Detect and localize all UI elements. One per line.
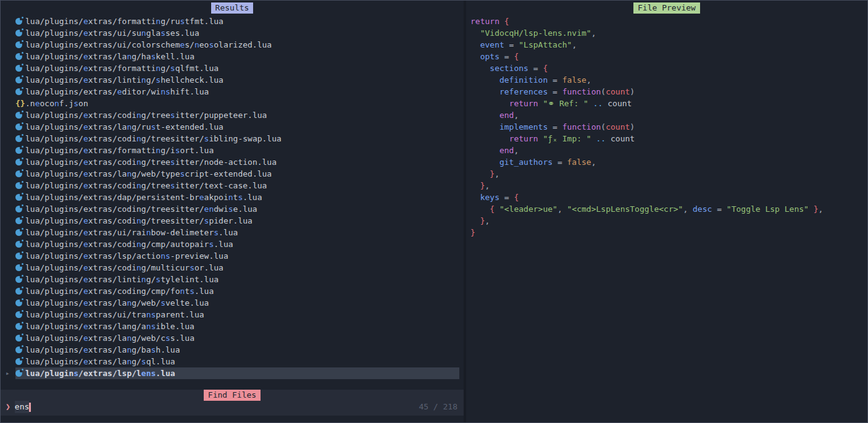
file-path: lua/plugins/extras/formatting/rustfmt.lu… xyxy=(25,17,223,26)
result-row[interactable]: lua/plugins/extras/dap/persistent-breakp… xyxy=(15,191,459,203)
lua-file-icon xyxy=(15,65,22,72)
lua-file-icon xyxy=(15,299,22,306)
lua-file-icon xyxy=(15,124,22,130)
file-path: lua/plugins/extras/formatting/isort.lua xyxy=(25,146,214,155)
code-line: return "ƒₓ Imp: " .. count xyxy=(470,133,823,144)
result-row[interactable]: lua/plugins/extras/coding/cmp/autopairs.… xyxy=(15,238,459,250)
file-path: lua/plugins/extras/lsp/actions-preview.l… xyxy=(25,251,228,261)
file-path: lua/plugins/extras/coding/treesitter/sib… xyxy=(25,134,282,143)
result-row[interactable]: lua/plugins/extras/lang/sql.lua xyxy=(15,356,459,367)
result-row[interactable]: lua/plugins/extras/lang/bash.lua xyxy=(15,344,459,356)
result-row[interactable]: lua/plugins/extras/coding/multicursor.lu… xyxy=(15,262,459,274)
lua-file-icon xyxy=(15,41,22,48)
code-line: implements = function(count) xyxy=(470,121,823,133)
result-row[interactable]: lua/plugins/extras/ui/colorschemes/neoso… xyxy=(15,39,459,51)
result-row[interactable]: lua/plugins/extras/formatting/rustfmt.lu… xyxy=(15,15,459,27)
result-row[interactable]: lua/plugins/extras/lsp/actions-preview.l… xyxy=(15,250,459,262)
result-row[interactable]: lua/plugins/extras/coding/treesitter/end… xyxy=(15,203,459,215)
lua-file-icon xyxy=(15,18,22,25)
file-path: lua/plugins/extras/ui/transparent.lua xyxy=(25,310,204,319)
result-row[interactable]: lua/plugins/extras/linting/shellcheck.lu… xyxy=(15,74,459,86)
lua-file-icon xyxy=(15,170,22,177)
result-row[interactable]: ▸lua/plugins/extras/lsp/lens.lua xyxy=(15,367,459,379)
result-row[interactable]: lua/plugins/extras/coding/treesitter/nod… xyxy=(15,156,459,168)
lua-file-icon xyxy=(15,88,22,95)
preview-window-title: File Preview xyxy=(467,2,867,14)
lua-file-icon xyxy=(15,159,22,165)
lua-file-icon xyxy=(15,194,22,201)
lua-file-icon xyxy=(15,53,22,60)
result-row[interactable]: lua/plugins/extras/lang/rust-extended.lu… xyxy=(15,121,459,133)
panel-divider xyxy=(464,1,466,423)
lua-file-icon xyxy=(15,288,22,295)
lua-file-icon xyxy=(15,253,22,259)
result-row[interactable]: lua/plugins/extras/lang/web/typescript-e… xyxy=(15,168,459,180)
lua-file-icon xyxy=(15,370,22,377)
prompt-prefix-icon: ❯ xyxy=(6,401,10,413)
lua-file-icon xyxy=(15,241,22,248)
result-row[interactable]: lua/plugins/extras/coding/treesitter/pup… xyxy=(15,109,459,121)
results-window-title: Results xyxy=(1,2,464,14)
preview-title-badge: File Preview xyxy=(633,2,700,14)
code-line: }, xyxy=(470,215,823,227)
lua-file-icon xyxy=(15,77,22,83)
result-row[interactable]: lua/plugins/extras/ui/sunglasses.lua xyxy=(15,27,459,39)
lua-file-icon xyxy=(15,276,22,283)
file-path: lua/plugins/extras/lang/web/svelte.lua xyxy=(25,298,209,308)
code-line: git_authors = false, xyxy=(470,156,823,168)
result-row[interactable]: lua/plugins/extras/ui/transparent.lua xyxy=(15,309,459,320)
result-row[interactable]: {}.neoconf.json xyxy=(15,98,459,109)
code-line: references = function(count) xyxy=(470,86,823,98)
prompt-query-text: ens xyxy=(15,401,29,413)
file-path: lua/plugins/extras/lsp/lens.lua xyxy=(25,369,175,378)
lua-file-icon xyxy=(15,335,22,341)
file-path: lua/plugins/extras/coding/treesitter/pup… xyxy=(25,111,267,120)
file-path: lua/plugins/extras/coding/multicursor.lu… xyxy=(25,263,223,272)
lua-file-icon xyxy=(15,346,22,353)
result-row[interactable]: lua/plugins/extras/coding/cmp/fonts.lua xyxy=(15,285,459,297)
code-line: return "⚭ Ref: " .. count xyxy=(470,98,823,109)
code-line: }, xyxy=(470,168,823,180)
result-row[interactable]: lua/plugins/extras/formatting/isort.lua xyxy=(15,144,459,156)
result-row[interactable]: lua/plugins/extras/formatting/sqlfmt.lua xyxy=(15,62,459,74)
prompt-title-badge: Find Files xyxy=(204,390,261,401)
result-row[interactable]: lua/plugins/extras/lang/ansible.lua xyxy=(15,320,459,332)
selection-caret-icon: ▸ xyxy=(6,367,10,379)
result-row[interactable]: lua/plugins/extras/coding/treesitter/tex… xyxy=(15,180,459,191)
result-row[interactable]: lua/plugins/extras/editor/winshift.lua xyxy=(15,86,459,98)
prompt-input[interactable]: ❯ ens xyxy=(6,401,31,413)
code-line: event = "LspAttach", xyxy=(470,39,823,51)
lua-file-icon xyxy=(15,323,22,330)
result-row[interactable]: lua/plugins/extras/lang/web/css.lua xyxy=(15,332,459,344)
file-path: lua/plugins/extras/formatting/sqlfmt.lua xyxy=(25,64,219,73)
file-preview-code[interactable]: return { "VidocqH/lsp-lens.nvim", event … xyxy=(470,15,823,238)
result-row[interactable]: lua/plugins/extras/linting/stylelint.lua xyxy=(15,274,459,285)
lua-file-icon xyxy=(15,217,22,224)
file-path: lua/plugins/extras/ui/colorschemes/neoso… xyxy=(25,40,272,49)
file-path: lua/plugins/extras/coding/treesitter/end… xyxy=(25,204,257,214)
json-file-icon: {} xyxy=(15,99,22,108)
file-path: lua/plugins/extras/linting/stylelint.lua xyxy=(25,275,219,284)
result-row[interactable]: lua/plugins/extras/lang/web/svelte.lua xyxy=(15,297,459,309)
result-row[interactable]: lua/plugins/extras/lang/haskell.lua xyxy=(15,51,459,62)
code-line: definition = false, xyxy=(470,74,823,86)
code-line: } xyxy=(470,227,823,238)
file-path: lua/plugins/extras/coding/cmp/autopairs.… xyxy=(25,240,233,249)
result-row[interactable]: lua/plugins/extras/ui/rainbow-delimeters… xyxy=(15,227,459,238)
code-line: "VidocqH/lsp-lens.nvim", xyxy=(470,27,823,39)
result-row[interactable]: lua/plugins/extras/coding/treesitter/spi… xyxy=(15,215,459,227)
code-line: end, xyxy=(470,109,823,121)
code-line: opts = { xyxy=(470,51,823,62)
telescope-picker: Results lua/plugins/extras/formatting/ru… xyxy=(0,0,868,423)
lua-file-icon xyxy=(15,30,22,36)
code-line: end, xyxy=(470,144,823,156)
code-line: keys = { xyxy=(470,191,823,203)
result-row[interactable]: lua/plugins/extras/coding/treesitter/sib… xyxy=(15,133,459,144)
file-path: lua/plugins/extras/coding/treesitter/spi… xyxy=(25,216,252,225)
code-line: return { xyxy=(470,15,823,27)
prompt-window: Find Files ❯ ens 45 / 218 xyxy=(1,390,464,416)
prompt-window-title: Find Files xyxy=(1,390,464,401)
text-cursor xyxy=(29,403,31,412)
lua-file-icon xyxy=(15,229,22,236)
file-path: lua/plugins/extras/dap/persistent-breakp… xyxy=(25,193,262,202)
